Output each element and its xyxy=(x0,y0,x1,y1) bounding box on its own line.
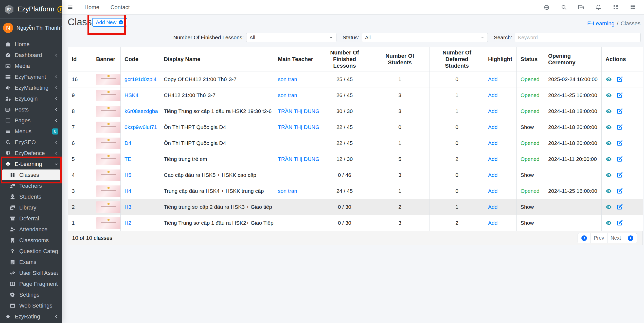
sidebar-item-dashboard[interactable]: Dashboard xyxy=(2,50,60,61)
edit-pencil-icon[interactable] xyxy=(616,124,623,130)
comments-icon[interactable] xyxy=(578,4,584,10)
teacher-link[interactable]: TRẦN THỊ DUNG xyxy=(278,124,319,130)
sidebar-item-user-skill-assessments[interactable]: User Skill Assessments xyxy=(2,268,60,278)
highlight-add-link[interactable]: Add xyxy=(488,108,497,114)
highlight-add-link[interactable]: Add xyxy=(488,124,497,130)
highlight-add-link[interactable]: Add xyxy=(488,188,497,194)
highlight-add-link[interactable]: Add xyxy=(488,140,497,146)
nav-link-home[interactable]: Home xyxy=(79,4,105,10)
nav-link-contact[interactable]: Contact xyxy=(105,4,135,10)
pagination-prev-button[interactable]: Prev xyxy=(591,233,607,243)
view-eye-icon[interactable] xyxy=(605,92,612,99)
expand-icon[interactable] xyxy=(613,4,619,10)
sidebar-item-classes[interactable]: Classes xyxy=(2,169,60,180)
class-code-link[interactable]: 0kzp9w6lut71 xyxy=(124,124,157,130)
sidebar-item-ezyrating[interactable]: EzyRating xyxy=(2,311,60,322)
sidebar-item-teachers[interactable]: Teachers xyxy=(2,180,60,191)
view-eye-icon[interactable] xyxy=(605,204,612,210)
add-new-button[interactable]: Add New xyxy=(92,18,127,27)
sidebar-item-ezylogin[interactable]: EzyLogin xyxy=(2,93,60,104)
class-code-link[interactable]: H2 xyxy=(124,220,131,226)
class-code-link[interactable]: k6r08sezdgba xyxy=(124,108,158,114)
view-eye-icon[interactable] xyxy=(605,124,612,130)
circle-arrow-right-icon xyxy=(627,235,634,241)
th-large-icon[interactable] xyxy=(630,4,636,10)
sidebar-item-e-learning[interactable]: E-Learning xyxy=(2,159,60,169)
edit-pencil-icon[interactable] xyxy=(616,156,623,162)
chevron-left-icon xyxy=(54,97,58,101)
edit-pencil-icon[interactable] xyxy=(616,172,623,178)
hamburger-icon[interactable] xyxy=(67,4,73,10)
view-eye-icon[interactable] xyxy=(605,156,612,162)
highlight-add-link[interactable]: Add xyxy=(488,204,497,210)
class-code-link[interactable]: D4 xyxy=(124,140,131,146)
pagination-next-button[interactable]: Next xyxy=(607,233,624,243)
breadcrumb-elearning-link[interactable]: E-Learning xyxy=(587,20,615,27)
sidebar-item-ezyseo[interactable]: EzySEO xyxy=(2,137,60,148)
search-input[interactable] xyxy=(515,33,641,42)
class-code-link[interactable]: H4 xyxy=(124,188,131,194)
brand[interactable]: EZ EzyPlatform xyxy=(0,0,62,19)
user-check-icon xyxy=(9,226,16,232)
class-code-link[interactable]: gcr191d0zpi4 xyxy=(124,76,156,82)
view-eye-icon[interactable] xyxy=(605,140,612,146)
sidebar-item-question-categories[interactable]: ?Question Categories xyxy=(2,246,60,257)
sidebar-item-page-fragments[interactable]: Page Fragments xyxy=(2,278,60,289)
user-panel[interactable]: N Nguyễn Thị Thanh Tuyền xyxy=(0,19,62,37)
globe-icon[interactable] xyxy=(544,4,550,10)
star-icon xyxy=(4,314,12,319)
sidebar-item-pages[interactable]: Pages xyxy=(2,115,60,126)
sidebar-item-library[interactable]: Library xyxy=(2,202,60,213)
teacher-link[interactable]: TRẦN THỊ DUNG xyxy=(278,108,319,114)
sidebar-item-ezydefence[interactable]: EzyDefence xyxy=(2,148,60,159)
sidebar-item-settings[interactable]: Settings xyxy=(2,289,60,300)
sidebar-item-students[interactable]: Students xyxy=(2,191,60,202)
edit-pencil-icon[interactable] xyxy=(616,188,623,194)
sidebar-item-home[interactable]: Home xyxy=(2,39,60,50)
sidebar-item-deferral[interactable]: Deferral xyxy=(2,213,60,224)
highlight-add-link[interactable]: Add xyxy=(488,156,497,162)
highlight-add-link[interactable]: Add xyxy=(488,172,497,178)
bell-icon[interactable] xyxy=(595,4,601,10)
teacher-link[interactable]: son tran xyxy=(278,92,297,98)
main-area: HomeContact Classes Add New E-Learning /… xyxy=(62,0,644,323)
finished-lessons-select[interactable]: All xyxy=(246,33,336,42)
sidebar-item-ezypayment[interactable]: EzyPayment xyxy=(2,71,60,82)
sidebar-item-media[interactable]: Media xyxy=(2,61,60,71)
edit-pencil-icon[interactable] xyxy=(616,140,623,146)
sidebar-item-classrooms[interactable]: Classrooms xyxy=(2,235,60,246)
view-eye-icon[interactable] xyxy=(605,220,612,226)
sidebar-item-menus[interactable]: Menus0 xyxy=(2,126,60,137)
view-eye-icon[interactable] xyxy=(605,108,612,115)
class-code-link[interactable]: H3 xyxy=(124,204,131,210)
sidebar-item-label: Home xyxy=(15,41,58,48)
sidebar-item-posts[interactable]: Posts xyxy=(2,104,60,115)
edit-pencil-icon[interactable] xyxy=(616,108,623,115)
sidebar-item-attendance[interactable]: Attendance xyxy=(2,224,60,235)
edit-pencil-icon[interactable] xyxy=(616,220,623,226)
teacher-link[interactable]: son tran xyxy=(278,188,297,194)
highlight-add-link[interactable]: Add xyxy=(488,76,497,82)
sidebar-item-ezymarketing[interactable]: EzyMarketing xyxy=(2,82,60,93)
sidebar-item-exams[interactable]: Exams xyxy=(2,257,60,268)
edit-pencil-icon[interactable] xyxy=(616,92,623,99)
class-code-link[interactable]: TE xyxy=(124,156,131,162)
pagination-first-button[interactable] xyxy=(578,233,591,243)
column-header-opening-ceremony: Opening Ceremony xyxy=(544,47,602,71)
view-eye-icon[interactable] xyxy=(605,188,612,194)
teacher-link[interactable]: TRẦN THỊ DUNG xyxy=(278,156,319,162)
edit-pencil-icon[interactable] xyxy=(616,76,623,83)
view-eye-icon[interactable] xyxy=(605,172,612,178)
edit-pencil-icon[interactable] xyxy=(616,204,623,210)
highlight-add-link[interactable]: Add xyxy=(488,220,497,226)
view-eye-icon[interactable] xyxy=(605,76,612,83)
status-select[interactable]: All xyxy=(362,33,488,42)
sidebar-item-web-settings[interactable]: Web Settings xyxy=(2,300,60,311)
search-icon[interactable] xyxy=(561,4,567,10)
class-code-link[interactable]: H5 xyxy=(124,172,131,178)
teacher-link[interactable]: son tran xyxy=(278,76,297,82)
class-code-link[interactable]: HSK4 xyxy=(124,92,138,98)
status-text: Show xyxy=(521,124,534,130)
pagination-last-button[interactable] xyxy=(624,233,637,243)
highlight-add-link[interactable]: Add xyxy=(488,92,497,98)
